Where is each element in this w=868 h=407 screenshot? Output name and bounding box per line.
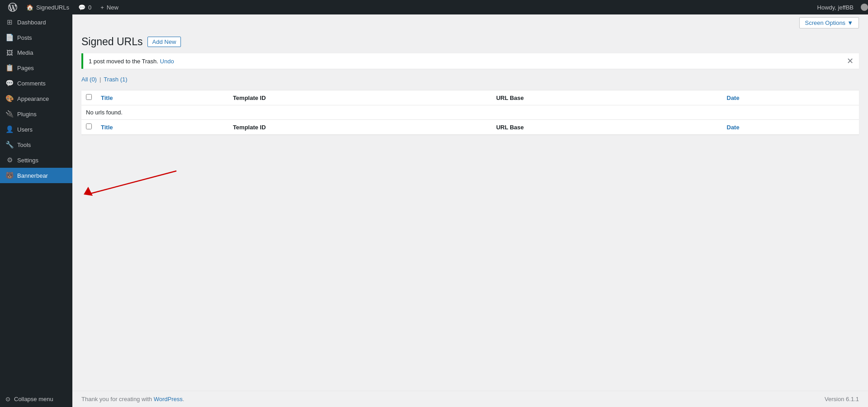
sidebar-item-media[interactable]: 🖼 Media bbox=[0, 45, 72, 60]
sidebar-item-label-bannerbear: Bannerbear bbox=[17, 172, 48, 179]
sidebar-item-label-pages: Pages bbox=[17, 65, 34, 71]
filter-trash-link[interactable]: Trash (1) bbox=[104, 76, 127, 83]
url-base-label: URL Base bbox=[496, 95, 524, 101]
sidebar-item-label-users: Users bbox=[17, 126, 33, 133]
admin-bar-left: 🏠 SignedURLs 💬 0 + New bbox=[4, 0, 123, 14]
admin-menu: ⊞ Dashboard 📄 Posts 🖼 Media 📋 Pages 💬 Co… bbox=[0, 14, 72, 391]
select-all-column-footer bbox=[81, 120, 96, 135]
sidebar-item-label-dashboard: Dashboard bbox=[17, 19, 46, 26]
tools-icon: 🔧 bbox=[5, 141, 14, 149]
content-area: Screen Options ▼ Signed URLs Add New 1 p… bbox=[72, 14, 868, 407]
table-footer: Title Template ID URL Base Date bbox=[81, 120, 859, 135]
site-name-link[interactable]: 🏠 SignedURLs bbox=[22, 0, 74, 14]
filter-all-link[interactable]: All (0) bbox=[81, 76, 97, 83]
red-arrow-annotation bbox=[72, 162, 185, 207]
table-header-row: Title Template ID URL Base Date bbox=[81, 90, 859, 105]
wp-logo-button[interactable] bbox=[4, 0, 22, 14]
select-all-column bbox=[81, 90, 96, 105]
sidebar-item-settings[interactable]: ⚙ Settings bbox=[0, 152, 72, 168]
sidebar-item-label-settings: Settings bbox=[17, 157, 38, 164]
notice-text: 1 post moved to the Trash. Undo bbox=[89, 58, 174, 65]
sidebar-item-label-plugins: Plugins bbox=[17, 111, 37, 118]
sidebar-item-comments[interactable]: 💬 Comments bbox=[0, 76, 72, 91]
collapse-menu-label: Collapse menu bbox=[14, 396, 53, 402]
new-label: New bbox=[107, 4, 119, 11]
footer-thank-you: Thank you for creating with bbox=[81, 396, 152, 402]
notice-dismiss-button[interactable]: ✕ bbox=[847, 57, 854, 65]
svg-line-0 bbox=[90, 171, 176, 194]
table-header: Title Template ID URL Base Date bbox=[81, 90, 859, 105]
sidebar-item-posts[interactable]: 📄 Posts bbox=[0, 30, 72, 45]
comments-count: 0 bbox=[88, 4, 91, 11]
filter-sep: | bbox=[100, 76, 101, 83]
template-id-footer-label: Template ID bbox=[233, 124, 266, 131]
sidebar-item-label-posts: Posts bbox=[17, 34, 32, 41]
site-home-icon: 🏠 bbox=[26, 4, 33, 11]
date-footer-sort-link[interactable]: Date bbox=[727, 124, 740, 131]
howdy-text: Howdy, jeffBB bbox=[813, 4, 858, 11]
urls-table: Title Template ID URL Base Date bbox=[81, 90, 859, 135]
undo-link[interactable]: Undo bbox=[160, 58, 174, 65]
footer-wp-link[interactable]: WordPress bbox=[154, 396, 183, 402]
title-column-header: Title bbox=[96, 90, 228, 105]
url-base-column-footer: URL Base bbox=[492, 120, 722, 135]
posts-icon: 📄 bbox=[5, 33, 14, 42]
no-items-cell: No urls found. bbox=[81, 105, 859, 120]
page-title: Signed URLs bbox=[81, 36, 143, 48]
new-content-link[interactable]: + New bbox=[96, 0, 123, 14]
sidebar-item-label-appearance: Appearance bbox=[17, 95, 49, 102]
date-sort-link[interactable]: Date bbox=[727, 95, 740, 101]
filter-all-item: All (0) bbox=[81, 76, 97, 83]
screen-options-button[interactable]: Screen Options ▼ bbox=[799, 17, 859, 28]
table-row-empty: No urls found. bbox=[81, 105, 859, 120]
add-new-button[interactable]: Add New bbox=[147, 37, 181, 47]
pages-icon: 📋 bbox=[5, 64, 14, 72]
main-layout: ⊞ Dashboard 📄 Posts 🖼 Media 📋 Pages 💬 Co… bbox=[0, 14, 868, 407]
sidebar-item-tools[interactable]: 🔧 Tools bbox=[0, 137, 72, 152]
sidebar-item-appearance[interactable]: 🎨 Appearance bbox=[0, 91, 72, 106]
notice-message: 1 post moved to the Trash. bbox=[89, 58, 158, 65]
sidebar-item-label-tools: Tools bbox=[17, 142, 31, 148]
plugins-icon: 🔌 bbox=[5, 110, 14, 118]
template-id-label: Template ID bbox=[233, 95, 266, 101]
url-base-column-header: URL Base bbox=[492, 90, 722, 105]
main-wrap: Signed URLs Add New 1 post moved to the … bbox=[72, 31, 868, 391]
sidebar-item-dashboard[interactable]: ⊞ Dashboard bbox=[0, 14, 72, 30]
footer-version: Version 6.1.1 bbox=[825, 396, 859, 402]
media-icon: 🖼 bbox=[5, 49, 14, 57]
plus-icon: + bbox=[100, 4, 104, 11]
collapse-circle-icon: ⊙ bbox=[5, 396, 10, 402]
comments-icon: 💬 bbox=[78, 4, 85, 11]
title-sort-link[interactable]: Title bbox=[101, 95, 113, 101]
date-column-footer: Date bbox=[722, 120, 859, 135]
collapse-menu-button[interactable]: ⊙ Collapse menu bbox=[0, 391, 72, 407]
chevron-down-icon: ▼ bbox=[847, 19, 853, 26]
notice-bar: 1 post moved to the Trash. Undo ✕ bbox=[81, 53, 859, 69]
template-id-column-header: Template ID bbox=[228, 90, 492, 105]
date-column-header: Date bbox=[722, 90, 859, 105]
appearance-icon: 🎨 bbox=[5, 95, 14, 103]
admin-bar-right: Howdy, jeffBB bbox=[813, 0, 868, 14]
wp-footer: Thank you for creating with WordPress. V… bbox=[72, 391, 868, 407]
title-column-footer: Title bbox=[96, 120, 228, 135]
svg-marker-1 bbox=[84, 187, 93, 196]
avatar bbox=[861, 4, 868, 11]
url-base-footer-label: URL Base bbox=[496, 124, 524, 131]
screen-options-label: Screen Options bbox=[805, 19, 846, 26]
bannerbear-icon: 🐻 bbox=[5, 171, 14, 180]
sidebar-item-pages[interactable]: 📋 Pages bbox=[0, 60, 72, 76]
sidebar-item-plugins[interactable]: 🔌 Plugins bbox=[0, 106, 72, 122]
settings-icon: ⚙ bbox=[5, 156, 14, 164]
title-footer-sort-link[interactable]: Title bbox=[101, 124, 113, 131]
sidebar-item-label-media: Media bbox=[17, 49, 33, 56]
filter-nav: All (0) | Trash (1) bbox=[81, 76, 859, 83]
sidebar-item-users[interactable]: 👤 Users bbox=[0, 122, 72, 137]
template-id-column-footer: Template ID bbox=[228, 120, 492, 135]
comments-link[interactable]: 💬 0 bbox=[74, 0, 96, 14]
sidebar-item-bannerbear[interactable]: 🐻 Bannerbear bbox=[0, 168, 72, 183]
comments-nav-icon: 💬 bbox=[5, 79, 14, 87]
select-all-footer-checkbox[interactable] bbox=[86, 123, 92, 129]
select-all-checkbox[interactable] bbox=[86, 94, 92, 100]
dashboard-icon: ⊞ bbox=[5, 18, 14, 26]
admin-bar: 🏠 SignedURLs 💬 0 + New Howdy, jeffBB bbox=[0, 0, 868, 14]
